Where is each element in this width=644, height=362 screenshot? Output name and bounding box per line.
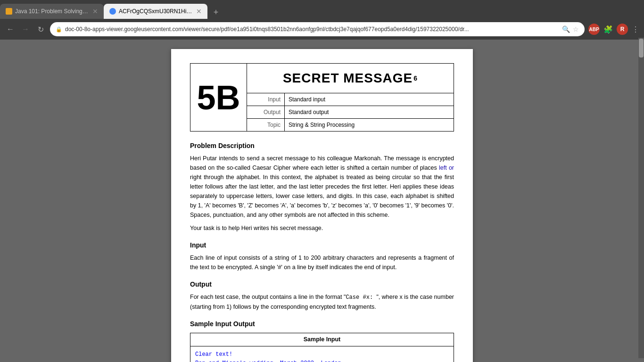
address-input[interactable]: 🔒 doc-00-8o-apps-viewer.googleuserconten… [50, 22, 585, 36]
browser-window: Java 101: Problem Solving Practi... ✕ AC… [0, 0, 644, 40]
address-bar: ← → ↻ 🔒 doc-00-8o-apps-viewer.googleuser… [0, 19, 644, 40]
scrollbar-thumb[interactable] [639, 40, 644, 58]
becomes-5: becomes [380, 202, 404, 209]
output-row: Output Standard output [247, 106, 454, 119]
becomes-3: becomes [297, 202, 321, 209]
sample-io-table: Sample Input Clear text! Ron and Mione's… [190, 333, 454, 362]
becomes-6: becomes [421, 202, 446, 209]
reload-button[interactable]: ↻ [35, 25, 46, 34]
input-row: Input Standard input [247, 93, 454, 106]
sample-input-header: Sample Input [190, 333, 454, 346]
becomes-4: becomes [338, 202, 362, 209]
input-section-text: Each line of input consists of a string … [190, 253, 454, 272]
tab-favicon-pdf [109, 8, 116, 15]
star-icon[interactable]: ☆ [573, 25, 579, 33]
description-text: Heri Putar intends to send a secret mess… [190, 154, 454, 220]
tab-java[interactable]: Java 101: Problem Solving Practi... ✕ [0, 4, 104, 19]
description-title: Problem Description [190, 141, 454, 151]
output-value: Standard output [285, 106, 454, 118]
input-section-title: Input [190, 240, 454, 250]
profile-avatar[interactable]: R [617, 24, 628, 35]
abp-extension[interactable]: ABP [588, 24, 600, 35]
tab-bar: Java 101: Problem Solving Practi... ✕ AC… [0, 0, 644, 19]
tab-close-pdf[interactable]: ✕ [196, 8, 202, 15]
description-task: Your task is to help Heri writes his sec… [190, 223, 454, 233]
input-value: Standard input [285, 93, 454, 106]
problem-number: 5B [190, 64, 247, 131]
sample-io-title: Sample Input Output [190, 319, 454, 329]
problem-info: SECRET MESSAGE6 Input Standard input Out… [247, 64, 454, 131]
topic-label: Topic [247, 119, 285, 131]
problem-header: 5B SECRET MESSAGE6 Input Standard input … [190, 63, 454, 132]
search-icon[interactable]: 🔍 [562, 25, 570, 33]
pdf-page: 5B SECRET MESSAGE6 Input Standard input … [171, 49, 473, 362]
becomes-1: becomes [212, 202, 236, 209]
becomes-2: becomes [255, 202, 279, 209]
problem-title: SECRET MESSAGE6 [247, 64, 454, 93]
topic-value: String & String Processing [285, 119, 454, 131]
menu-icon[interactable]: ⋮ [632, 25, 639, 34]
output-label: Output [247, 106, 285, 118]
tab-favicon-java [6, 8, 12, 15]
topic-row: Topic String & String Processing [247, 119, 454, 131]
sample-input-content: Clear text! Ron and Mione's wedding, Mar… [190, 346, 454, 362]
link-left[interactable]: left or [439, 165, 454, 171]
tab-label-java: Java 101: Problem Solving Practi... [15, 8, 90, 15]
output-format-code: Case #x: [346, 294, 376, 301]
toolbar-right: ABP 🧩 R ⋮ [588, 24, 639, 35]
forward-button[interactable]: → [20, 25, 31, 33]
page-wrapper: 5B SECRET MESSAGE6 Input Standard input … [0, 40, 644, 362]
tab-label-pdf: ACFrOgCQSxmU30RN1HiZTMq... [119, 8, 193, 15]
output-section-title: Output [190, 280, 454, 289]
back-button[interactable]: ← [5, 25, 16, 33]
sample-input-line-2: Ron and Mione's wedding, March 2002, Lon… [195, 360, 341, 362]
tab-close-java[interactable]: ✕ [92, 8, 98, 15]
new-tab-button[interactable]: + [209, 6, 223, 19]
sample-input-line-1: Clear text! [195, 351, 232, 358]
extensions-icon[interactable]: 🧩 [603, 25, 613, 34]
url-text: doc-00-8o-apps-viewer.googleusercontent.… [65, 26, 469, 33]
output-section-text: For each test case, the output contains … [190, 292, 454, 312]
tab-pdf[interactable]: ACFrOgCQSxmU30RN1HiZTMq... ✕ [104, 4, 207, 19]
lock-icon: 🔒 [56, 26, 62, 33]
input-label: Input [247, 93, 285, 106]
scrollbar-track [638, 40, 644, 358]
